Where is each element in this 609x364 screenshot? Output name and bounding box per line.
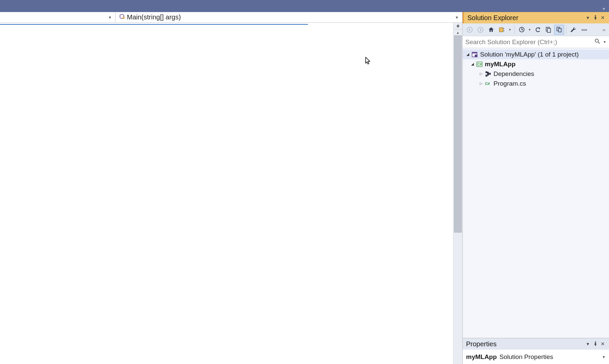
pending-changes-dropdown[interactable]: ▼ [527,25,532,35]
svg-text:C#: C# [485,82,490,86]
search-icon[interactable] [595,38,600,46]
switch-views-button[interactable] [497,25,507,35]
csharp-file-icon: C# [485,80,491,87]
editor-navigation-bar: ▼ Main(string[] args) ▼ [0,12,462,23]
expand-icon[interactable]: ▷ [479,72,483,76]
svg-point-11 [595,39,599,42]
properties-object-selector[interactable]: myMLApp Solution Properties ▼ [463,350,609,364]
method-icon [119,13,125,21]
chevron-down-icon: ▼ [455,15,459,19]
preview-selected-button[interactable] [579,25,589,35]
solution-label: Solution 'myMLApp' (1 of 1 project) [480,51,579,58]
editor-member-dropdown[interactable]: Main(string[] args) ▼ [116,12,462,22]
svg-rect-14 [475,55,477,57]
nav-back-button[interactable] [465,25,475,35]
svg-rect-10 [582,29,587,30]
project-node[interactable]: ◢ C# myMLApp [463,59,609,69]
show-all-files-button[interactable] [554,25,564,35]
solution-explorer-titlebar[interactable]: Solution Explorer ▾ ✕ [463,12,609,23]
search-options-dropdown[interactable]: ▼ [603,40,606,44]
nav-forward-button[interactable] [475,25,485,35]
svg-rect-3 [500,27,503,32]
properties-title: Properties [466,340,584,348]
dependencies-node[interactable]: ▷ Dependencies [463,69,609,79]
solution-icon [471,51,478,58]
refresh-button[interactable] [543,25,553,35]
code-editor-region: ▼ Main(string[] args) ▼ [0,12,462,364]
solution-explorer-search[interactable]: ▼ [463,36,609,48]
toolbar-overflow-icon[interactable]: ▾ [603,6,605,11]
close-icon[interactable]: ✕ [599,341,606,347]
window-position-icon[interactable]: ▾ [584,15,592,21]
scroll-up-icon[interactable]: ▲ [453,29,462,35]
svg-rect-13 [472,52,477,53]
solution-explorer-toolbar: ▼ ▼ [463,23,609,36]
search-input[interactable] [465,38,595,46]
editor-member-label: Main(string[] args) [127,13,181,21]
svg-rect-8 [558,28,561,32]
csharp-project-icon: C# [476,61,483,68]
pending-changes-filter-button[interactable] [517,25,527,35]
menu-bar-remnant: ▾ [0,0,609,12]
collapse-icon[interactable]: ◢ [465,52,470,57]
properties-category: Solution Properties [500,353,553,361]
solution-explorer-title: Solution Explorer [467,14,584,22]
toolbar-overflow-icon[interactable]: ›› [601,25,607,35]
solution-node[interactable]: ◢ Solution 'myMLApp' (1 of 1 project) [463,50,609,59]
properties-titlebar[interactable]: Properties ▾ ✕ [463,338,609,350]
scroll-thumb[interactable] [454,35,462,233]
window-position-icon[interactable]: ▾ [584,341,592,347]
close-icon[interactable]: ✕ [599,15,606,21]
properties-subject: myMLApp [466,353,497,361]
split-editor-handle[interactable] [453,23,462,29]
svg-text:C#: C# [477,63,482,66]
home-button[interactable] [486,25,496,35]
sync-active-doc-button[interactable] [533,25,543,35]
editor-scope-dropdown[interactable]: ▼ [0,12,116,22]
svg-rect-18 [485,75,487,77]
expand-icon[interactable]: ▷ [479,81,483,86]
chevron-down-icon: ▼ [108,15,112,19]
program-cs-label: Program.cs [493,80,526,87]
chevron-down-icon[interactable]: ▼ [602,355,606,359]
svg-rect-0 [123,17,125,19]
solution-explorer-tree[interactable]: ◢ Solution 'myMLApp' (1 of 1 project) ◢ … [463,48,609,338]
properties-button[interactable] [568,25,579,35]
svg-rect-17 [485,71,487,73]
dependencies-icon [485,71,491,77]
pin-icon[interactable] [592,341,599,347]
pin-icon[interactable] [592,15,599,21]
project-label: myMLApp [485,61,516,68]
svg-rect-6 [547,28,550,32]
editor-vertical-scrollbar[interactable]: ▲ [453,23,462,364]
dependencies-label: Dependencies [493,70,534,78]
editor-text-area[interactable] [0,25,453,364]
switch-views-dropdown[interactable]: ▼ [508,25,512,35]
program-cs-node[interactable]: ▷ C# Program.cs [463,79,609,88]
collapse-icon[interactable]: ◢ [470,62,475,66]
